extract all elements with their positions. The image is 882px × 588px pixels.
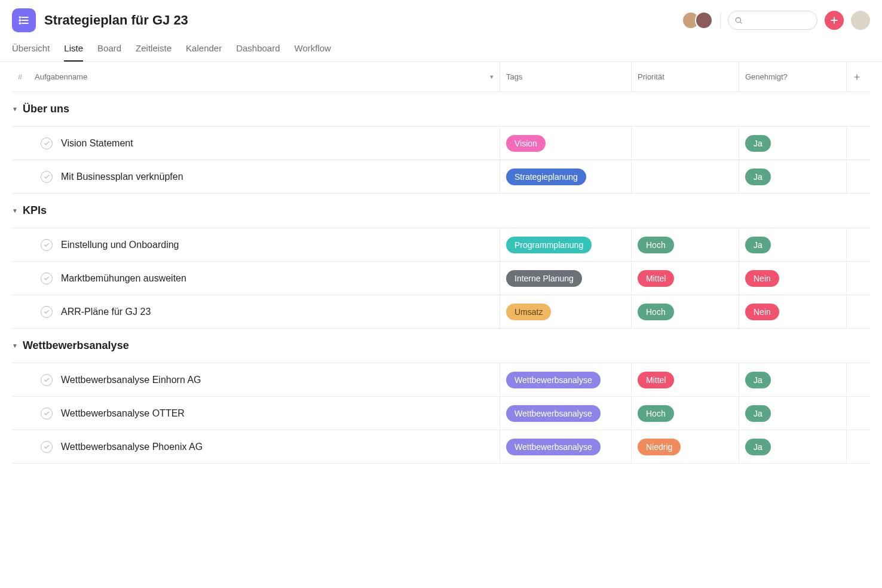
complete-checkbox[interactable]	[41, 306, 53, 318]
user-avatar[interactable]	[851, 11, 870, 30]
tab-uebersicht[interactable]: Übersicht	[12, 38, 50, 62]
task-name-cell[interactable]: Mit Businessplan verknüpfen	[35, 160, 500, 193]
tags-cell[interactable]: Strategieplanung	[500, 160, 631, 193]
project-list-icon[interactable]	[12, 8, 36, 32]
task-name-cell[interactable]: ARR-Pläne für GJ 23	[35, 295, 500, 328]
task-name-cell[interactable]: Marktbemühungen ausweiten	[35, 262, 500, 295]
column-priority[interactable]: Priorität	[631, 62, 739, 91]
task-name-cell[interactable]: Wettbewerbsanalyse Einhorn AG	[35, 363, 500, 396]
approved-cell[interactable]: Ja	[739, 160, 846, 193]
tag-pill[interactable]: Interne Planung	[506, 270, 582, 287]
complete-checkbox[interactable]	[41, 137, 53, 149]
svg-line-7	[740, 22, 742, 24]
tags-cell[interactable]: Interne Planung	[500, 262, 631, 295]
tag-pill[interactable]: Vision	[506, 135, 546, 152]
member-avatars[interactable]	[682, 11, 713, 29]
priority-cell[interactable]: Mittel	[631, 262, 739, 295]
row-end-cell	[846, 295, 870, 328]
complete-checkbox[interactable]	[41, 374, 53, 386]
tags-cell[interactable]: Umsatz	[500, 295, 631, 328]
tags-cell[interactable]: Vision	[500, 127, 631, 160]
search-input[interactable]	[728, 11, 817, 30]
approved-pill[interactable]: Ja	[745, 439, 771, 455]
task-name: Wettbewerbsanalyse OTTER	[61, 408, 185, 419]
priority-pill[interactable]: Hoch	[638, 405, 674, 422]
chevron-down-icon[interactable]: ▾	[490, 73, 494, 81]
table-row[interactable]: Wettbewerbsanalyse Phoenix AGWettbewerbs…	[12, 430, 870, 464]
approved-pill[interactable]: Ja	[745, 135, 771, 152]
complete-checkbox[interactable]	[41, 441, 53, 453]
table-row[interactable]: Wettbewerbsanalyse Einhorn AGWettbewerbs…	[12, 363, 870, 397]
approved-pill[interactable]: Ja	[745, 237, 771, 253]
tabs: ÜbersichtListeBoardZeitleisteKalenderDas…	[12, 38, 870, 62]
priority-pill[interactable]: Niedrig	[638, 439, 681, 455]
tag-pill[interactable]: Wettbewerbsanalyse	[506, 439, 601, 455]
tab-liste[interactable]: Liste	[64, 38, 83, 62]
approved-cell[interactable]: Ja	[739, 363, 846, 396]
task-name-cell[interactable]: Wettbewerbsanalyse OTTER	[35, 397, 500, 430]
task-name-cell[interactable]: Einstellung und Onboarding	[35, 228, 500, 261]
priority-cell[interactable]: Hoch	[631, 228, 739, 261]
priority-cell[interactable]	[631, 127, 739, 160]
tag-pill[interactable]: Wettbewerbsanalyse	[506, 372, 601, 388]
tags-cell[interactable]: Programmplanung	[500, 228, 631, 261]
approved-cell[interactable]: Ja	[739, 397, 846, 430]
tag-pill[interactable]: Wettbewerbsanalyse	[506, 405, 601, 422]
complete-checkbox[interactable]	[41, 272, 53, 284]
complete-checkbox[interactable]	[41, 239, 53, 251]
priority-cell[interactable]: Niedrig	[631, 430, 739, 463]
divider	[720, 13, 721, 28]
priority-cell[interactable]: Hoch	[631, 295, 739, 328]
approved-cell[interactable]: Nein	[739, 262, 846, 295]
section-header-kpis[interactable]: ▼KPIs	[12, 194, 870, 228]
table-row[interactable]: Marktbemühungen ausweitenInterne Planung…	[12, 262, 870, 295]
table-row[interactable]: ARR-Pläne für GJ 23UmsatzHochNein	[12, 295, 870, 329]
tags-cell[interactable]: Wettbewerbsanalyse	[500, 397, 631, 430]
column-approved[interactable]: Genehmigt?	[739, 62, 846, 91]
column-tags[interactable]: Tags	[500, 62, 631, 91]
priority-cell[interactable]: Hoch	[631, 397, 739, 430]
column-num[interactable]: #	[12, 72, 35, 81]
svg-point-6	[736, 17, 740, 22]
tags-cell[interactable]: Wettbewerbsanalyse	[500, 363, 631, 396]
priority-pill[interactable]: Mittel	[638, 270, 674, 287]
priority-pill[interactable]: Mittel	[638, 372, 674, 388]
table-row[interactable]: Vision StatementVisionJa	[12, 127, 870, 160]
add-button[interactable]	[825, 11, 844, 30]
tag-pill[interactable]: Strategieplanung	[506, 169, 586, 185]
approved-cell[interactable]: Ja	[739, 430, 846, 463]
tag-pill[interactable]: Umsatz	[506, 304, 551, 320]
approved-cell[interactable]: Ja	[739, 228, 846, 261]
approved-pill[interactable]: Ja	[745, 405, 771, 422]
section-header-wettbewerb[interactable]: ▼Wettbewerbsanalyse	[12, 329, 870, 363]
section-header-ueber-uns[interactable]: ▼Über uns	[12, 92, 870, 127]
tab-kalender[interactable]: Kalender	[186, 38, 222, 62]
tab-dashboard[interactable]: Dashboard	[236, 38, 280, 62]
project-title[interactable]: Strategieplan für GJ 23	[44, 13, 188, 28]
approved-pill[interactable]: Ja	[745, 169, 771, 185]
task-name-cell[interactable]: Wettbewerbsanalyse Phoenix AG	[35, 430, 500, 463]
approved-pill[interactable]: Nein	[745, 304, 779, 320]
column-name[interactable]: Aufgabenname ▾	[35, 72, 500, 81]
tab-workflow[interactable]: Workflow	[295, 38, 331, 62]
approved-cell[interactable]: Ja	[739, 127, 846, 160]
table-row[interactable]: Einstellung und OnboardingProgrammplanun…	[12, 228, 870, 262]
add-column-button[interactable]	[846, 62, 870, 91]
priority-cell[interactable]: Mittel	[631, 363, 739, 396]
task-name-cell[interactable]: Vision Statement	[35, 127, 500, 160]
tab-board[interactable]: Board	[97, 38, 121, 62]
priority-pill[interactable]: Hoch	[638, 237, 674, 253]
tags-cell[interactable]: Wettbewerbsanalyse	[500, 430, 631, 463]
complete-checkbox[interactable]	[41, 408, 53, 419]
table-row[interactable]: Wettbewerbsanalyse OTTERWettbewerbsanaly…	[12, 397, 870, 430]
approved-pill[interactable]: Ja	[745, 372, 771, 388]
priority-cell[interactable]	[631, 160, 739, 193]
table-row[interactable]: Mit Businessplan verknüpfenStrategieplan…	[12, 160, 870, 194]
approved-cell[interactable]: Nein	[739, 295, 846, 328]
avatar[interactable]	[695, 11, 713, 29]
approved-pill[interactable]: Nein	[745, 270, 779, 287]
tag-pill[interactable]: Programmplanung	[506, 237, 592, 253]
complete-checkbox[interactable]	[41, 171, 53, 183]
tab-zeitleiste[interactable]: Zeitleiste	[136, 38, 172, 62]
priority-pill[interactable]: Hoch	[638, 304, 674, 320]
